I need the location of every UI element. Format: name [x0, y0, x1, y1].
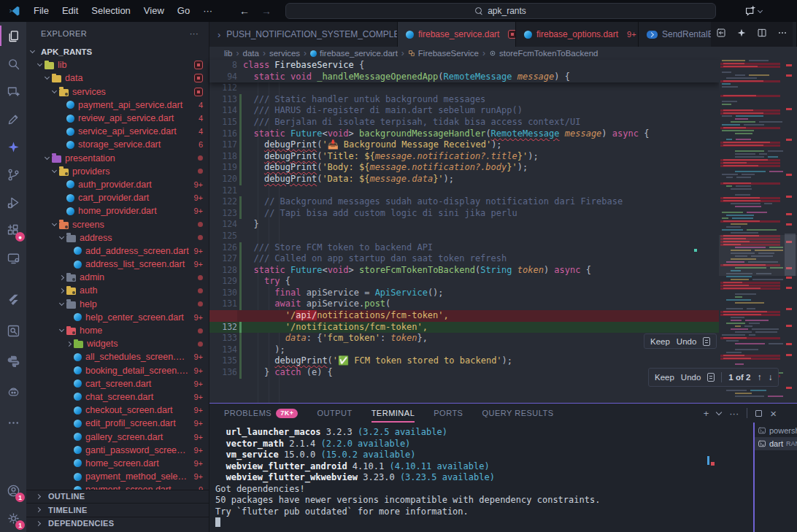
extensions-icon[interactable]: ●	[0, 216, 26, 244]
tree-item-help-center-screen-dart[interactable]: help_center_screen.dart9+	[26, 311, 209, 324]
tree-item-review-api-service-dart[interactable]: review_api_service.dart4	[26, 112, 209, 125]
sparkle-filled-icon[interactable]	[0, 133, 26, 161]
tree-item-booking-detail-screen-dart[interactable]: booking_detail_screen.dart9+	[26, 364, 209, 377]
terminal-instance-powershell-[interactable]: powershell...	[755, 424, 797, 437]
search-editor-icon[interactable]	[0, 315, 26, 346]
code-editor[interactable]: 110 });111 }112113 /// Static handler un…	[209, 60, 719, 403]
more-dots-icon[interactable]	[0, 407, 26, 438]
tree-item-cart-provider-dart[interactable]: cart_provider.dart9+	[26, 191, 209, 204]
code-line[interactable]: 128 static Future<void> storeFcmTokenToB…	[209, 265, 719, 277]
code-line[interactable]: 120 debugPrint('Data: ${message.data}');	[209, 174, 719, 185]
code-line[interactable]: 134 );	[209, 344, 719, 356]
terminal-dropdown-icon[interactable]	[716, 409, 722, 415]
source-control-icon[interactable]	[0, 161, 26, 188]
breadcrumb-item[interactable]: storeFcmTokenToBackend	[489, 49, 598, 58]
tree-item-gallery-screen-dart[interactable]: gallery_screen.dart9+	[26, 430, 209, 443]
tree-item-checkout-screen-dart[interactable]: checkout_screen.dart9+	[26, 404, 209, 417]
line-number[interactable]: 119	[209, 162, 237, 174]
minimap[interactable]	[719, 60, 783, 400]
code-line[interactable]: 132 '/notifications/fcm-token',	[209, 322, 719, 334]
code-line[interactable]: 113 /// Static handler untuk background …	[209, 94, 719, 106]
close-panel-button[interactable]: ×	[770, 407, 777, 420]
line-number[interactable]: 112	[209, 82, 237, 94]
code-line[interactable]: 121	[209, 185, 719, 197]
line-number[interactable]: 132	[209, 322, 237, 334]
tree-item-storage-service-dart[interactable]: storage_service.dart6	[26, 138, 209, 151]
code-line[interactable]: 136 } catch (e) {	[209, 367, 719, 379]
code-line[interactable]: 133 data: {'fcm_token': token},	[209, 333, 719, 344]
line-number[interactable]: 134	[209, 344, 237, 356]
forward-arrow-button[interactable]: →	[261, 5, 272, 17]
split-editor-icon[interactable]	[756, 27, 768, 42]
tree-item-home-provider-dart[interactable]: home_provider.dart9+	[26, 204, 209, 217]
panel-tab-query-results[interactable]: QUERY RESULTS	[482, 404, 553, 423]
code-line[interactable]: 117 debugPrint('📥 Background Message Rec…	[209, 139, 719, 151]
breadcrumb-item[interactable]: data	[243, 49, 259, 58]
menu-go[interactable]: Go	[171, 0, 196, 22]
tree-item-data[interactable]: data	[26, 72, 209, 85]
tree-item-services[interactable]: services	[26, 85, 209, 99]
menu-view[interactable]: View	[137, 0, 171, 22]
tree-item-payment-api-service-dart[interactable]: payment_api_service.dart4	[26, 99, 209, 112]
line-number[interactable]: 131	[209, 298, 237, 310]
panel-tab-ports[interactable]: PORTS	[434, 404, 463, 423]
remote-icon[interactable]	[0, 244, 26, 271]
breadcrumb-item[interactable]: FirebaseService	[408, 49, 479, 58]
search-icon[interactable]	[0, 50, 26, 77]
line-number[interactable]: 128	[209, 265, 237, 277]
panel-tab-problems[interactable]: PROBLEMS7K+	[224, 404, 298, 423]
next-change-button[interactable]: ↓	[768, 372, 772, 382]
line-number[interactable]: 114	[209, 105, 237, 117]
file-icon[interactable]	[703, 337, 710, 346]
python-icon[interactable]	[0, 346, 26, 377]
debug-icon[interactable]	[0, 188, 26, 216]
undo-button[interactable]: Undo	[681, 373, 701, 382]
code-line[interactable]: 131 await apiService.post(	[209, 298, 719, 310]
editor-scrollbar[interactable]	[785, 234, 796, 276]
pencil-icon[interactable]	[0, 105, 26, 133]
back-arrow-button[interactable]: ←	[239, 5, 250, 17]
line-number[interactable]: 113	[209, 94, 237, 106]
open-changes-icon[interactable]	[715, 27, 727, 42]
code-line[interactable]: 125	[209, 231, 719, 242]
maximize-panel-icon[interactable]	[755, 410, 762, 417]
code-line[interactable]: 112	[209, 82, 719, 94]
code-line[interactable]: 126 /// Store FCM token to backend API	[209, 242, 719, 254]
code-line[interactable]: 114 /// HARUS di-register di main.dart s…	[209, 105, 719, 117]
line-number[interactable]: 123	[209, 208, 237, 220]
section-timeline[interactable]: TIMELINE	[26, 503, 209, 517]
code-line[interactable]: 118 debugPrint('Title: ${message.notific…	[209, 151, 719, 163]
previous-change-button[interactable]: ↑	[757, 372, 761, 382]
terminal-output[interactable]: url_launcher_macos 3.2.3 (3.2.5 availabl…	[215, 427, 748, 531]
code-line[interactable]: 127 /// Called on app startup dan saat t…	[209, 253, 719, 265]
line-number[interactable]: 120	[209, 174, 237, 185]
menu-more[interactable]: ···	[196, 0, 219, 22]
files-icon[interactable]	[0, 22, 26, 50]
code-line[interactable]: 116 static Future<void> backgroundMessag…	[209, 128, 719, 140]
keep-button[interactable]: Keep	[650, 337, 670, 346]
tree-item-apk-rants[interactable]: APK_RANTS	[26, 45, 209, 58]
breadcrumb-item[interactable]: firebase_service.dart	[310, 49, 398, 58]
section-dependencies[interactable]: DEPENDENCIES	[26, 517, 209, 531]
undo-button[interactable]: Undo	[677, 337, 697, 346]
code-line[interactable]: 135 debugPrint('✅ FCM token stored to ba…	[209, 355, 719, 367]
panel-tab-output[interactable]: OUTPUT	[317, 404, 352, 423]
section-outline[interactable]: OUTLINE	[26, 490, 209, 504]
more-dots-h-icon[interactable]	[777, 27, 788, 42]
line-number[interactable]: 125	[209, 231, 237, 242]
tree-item-home[interactable]: home	[26, 324, 209, 337]
code-line[interactable]: 123 // Tapi bisa add custom logic di sin…	[209, 208, 719, 220]
flutter-icon[interactable]	[0, 285, 26, 315]
explorer-more-actions[interactable]: ···	[190, 29, 199, 38]
copilot-menu-button[interactable]	[744, 0, 765, 22]
tree-item-all-schedules-screen-dart[interactable]: all_schedules_screen.dart9+	[26, 350, 209, 363]
tree-item-service-api-service-dart[interactable]: service_api_service.dart4	[26, 125, 209, 138]
tree-item-admin[interactable]: admin	[26, 271, 209, 284]
breadcrumb-item[interactable]: lib	[224, 49, 233, 58]
line-number[interactable]: 124	[209, 219, 237, 231]
line-number[interactable]: 133	[209, 333, 237, 344]
chat-sparkle-icon[interactable]	[0, 77, 26, 105]
line-number[interactable]: 116	[209, 128, 237, 140]
file-icon[interactable]	[707, 373, 715, 382]
keep-button[interactable]: Keep	[655, 373, 674, 382]
